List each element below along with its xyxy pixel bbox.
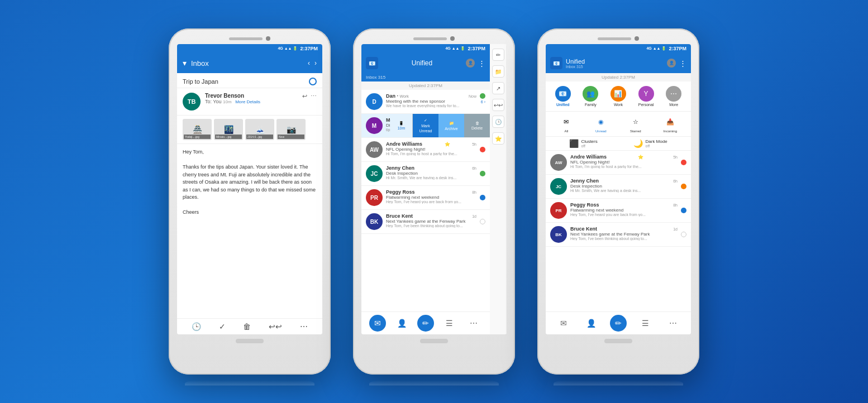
mark-icon: ✓ [424, 118, 427, 123]
side-reply-btn[interactable]: ↩↩ [492, 99, 504, 111]
preview-bruce: Hey Tom, I've been thinking about going … [386, 224, 476, 228]
attachment-label-4: Now [278, 135, 304, 139]
home-bar-3[interactable] [604, 339, 632, 343]
unified-title: Unified [381, 59, 462, 67]
nav-more-3[interactable]: ⋯ [665, 315, 681, 332]
name-jenny: Jenny Chen [386, 165, 414, 171]
filter-all[interactable]: ✉ All [560, 115, 573, 133]
nav-compose-3[interactable]: ✏ [610, 315, 627, 332]
avatar-peggy-3: PR [550, 202, 567, 219]
email-header-dan: Dan · Work Now [386, 93, 476, 99]
side-panel-2: ✏ 📁 ↗ ↩↩ 🕒 ⭐ [490, 44, 507, 334]
account-badge-3[interactable]: 👤 [667, 59, 676, 68]
filter-incoming[interactable]: 📥 Incoming [664, 115, 677, 133]
nav-compose-2[interactable]: ✏ [417, 315, 434, 332]
snooze-button[interactable]: 🕒 [192, 322, 201, 331]
swipe-mark-btn[interactable]: ✓ Mark Unread [413, 114, 438, 137]
side-folder-btn[interactable]: 📁 [492, 65, 504, 78]
email-content-dan: Dan · Work Now Meeting with the new spon… [386, 93, 476, 108]
badge-dan [480, 93, 485, 99]
side-star-btn[interactable]: ⭐ [492, 132, 504, 145]
camera-3 [635, 36, 639, 41]
unified-more-icon[interactable]: ⋮ [478, 59, 485, 68]
unified-more-icon-3[interactable]: ⋮ [679, 59, 686, 68]
nav-mail-2[interactable]: ✉ [369, 315, 386, 332]
nav-more-2[interactable]: ⋯ [465, 315, 482, 332]
darkmode-value: off [645, 144, 667, 148]
forward-nav[interactable]: › [314, 59, 317, 67]
attachment-3[interactable]: 🗻 2014.0...jpg [245, 119, 274, 140]
name-bruce: Bruce Kent [386, 213, 413, 219]
nav-contacts-3[interactable]: 👤 [583, 315, 599, 332]
filter-all-label: All [565, 129, 569, 133]
cat-more[interactable]: ⋯ More [666, 86, 681, 107]
star-andre: ⭐ [445, 142, 450, 147]
home-bar-2[interactable] [420, 339, 448, 343]
cat-work[interactable]: 📊 Work [611, 86, 626, 107]
more-details-link[interactable]: More Details [235, 99, 260, 104]
done-button[interactable]: ✓ [219, 322, 226, 331]
email-item-andre-3[interactable]: AW Andre Williams ⭐ 5h NFL Opening Night… [546, 151, 691, 175]
cat-more-icon: ⋯ [666, 86, 681, 102]
dropdown-btn[interactable]: ▾ [183, 59, 187, 68]
darkmode-icon: 🌙 [633, 139, 643, 148]
email-item-bruce-3[interactable]: BK Bruce Kent 1d Next Yankees game at th… [546, 223, 691, 247]
bottom-nav-2: ✉ 👤 ✏ ☰ ⋯ [361, 311, 490, 334]
email-read-indicator[interactable] [309, 78, 317, 85]
swipe-archive-btn[interactable]: 📁 Archive [438, 114, 464, 137]
swipe-delete-btn[interactable]: 🗑 Delete [464, 114, 490, 137]
reply-icon[interactable]: ↩ [302, 93, 307, 100]
attachment-1[interactable]: 🏯 Yodoji....jpg [183, 119, 212, 140]
darkmode-setting[interactable]: 🌙 Dark Mode off [633, 139, 667, 148]
email-subject-bar: Trip to Japan [177, 73, 322, 88]
filter-unread-icon: ◉ [594, 115, 608, 128]
clusters-setting[interactable]: ⬛ Clusters off [569, 139, 597, 148]
nav-mail-3[interactable]: ✉ [555, 315, 572, 332]
email-header-bruce: Bruce Kent 1d [386, 213, 476, 219]
inbox-title: Inbox [191, 59, 303, 68]
time-jenny: 6h [472, 166, 476, 170]
name-andre: Andre Williams [386, 141, 422, 147]
delete-button[interactable]: 🗑 [243, 322, 251, 331]
email-item-jenny-3[interactable]: JC Jenny Chen 6h Desk Inspection Hi Mr. … [546, 175, 691, 199]
nav-list-2[interactable]: ☰ [441, 315, 458, 332]
account-badge[interactable]: 👤 [466, 59, 475, 68]
cat-family[interactable]: 👥 Family [583, 86, 598, 107]
time-andre-3: 5h [673, 155, 678, 159]
filter-unread[interactable]: ◉ Unread [594, 115, 608, 133]
sender-info: Trevor Benson To: You 10m More Details [205, 93, 298, 104]
attachment-label-2: Minato....jpg [215, 135, 242, 139]
side-forward-btn[interactable]: ↗ [492, 82, 504, 94]
email-item-jenny[interactable]: JC Jenny Chen 6h Desk Inspection Hi Mr. … [361, 162, 490, 186]
app-header-1: ▾ Inbox ‹ › [177, 53, 322, 73]
bottom-nav-3: ✉ 👤 ✏ ☰ ⋯ [546, 311, 691, 334]
filter-starred[interactable]: ☆ Starred [629, 115, 642, 133]
nav-list-3[interactable]: ☰ [637, 315, 654, 332]
email-item-dan[interactable]: D Dan · Work Now Meeting with the new sp… [361, 90, 490, 114]
email-item-peggy[interactable]: PR Peggy Ross 8h Flatwarming next weeken… [361, 186, 490, 210]
email-item-meggie[interactable]: M Meggie · Family 25m Dinner at Grandma'… [361, 114, 490, 138]
status-bar-1: 4G ▲▲ 🔋 2:37PM [177, 44, 322, 53]
back-nav[interactable]: ‹ [308, 59, 310, 67]
avatar-bruce-3: BK [550, 226, 567, 243]
more-options-icon[interactable]: ⋯ [311, 93, 317, 100]
side-compose-btn[interactable]: ✏ [492, 49, 504, 61]
side-clock-btn[interactable]: 🕒 [492, 116, 504, 128]
email-actions: ↩ ⋯ [302, 93, 317, 100]
attachment-2[interactable]: 🌃 Minato....jpg [214, 119, 243, 140]
reply-all-button[interactable]: ↩↩ [269, 322, 282, 331]
nav-contacts-2[interactable]: 👤 [393, 315, 410, 332]
unified-header-3: 📧 Unified Inbox 315 👤 ⋮ [546, 53, 691, 73]
email-item-andre[interactable]: AW Andre Williams ⭐ 5h NFL Opening Night… [361, 138, 490, 162]
preview-jenny-3: Hi Mr. Smith, We are having a desk ins..… [570, 189, 678, 193]
email-item-peggy-3[interactable]: PR Peggy Ross 8h Flatwarming next weeken… [546, 199, 691, 223]
cat-personal[interactable]: Y Personal [638, 86, 654, 107]
more-button[interactable]: ⋯ [300, 322, 308, 331]
home-bar-1[interactable] [236, 339, 264, 343]
avatar-jenny: JC [366, 165, 383, 182]
phone-screen-3: 4G ▲▲ 🔋 2:37PM 📧 Unified Inbox 315 👤 ⋮ U… [546, 44, 691, 334]
sender-avatar: TB [183, 93, 201, 111]
attachment-4[interactable]: 📷 Now [276, 119, 306, 140]
email-item-bruce[interactable]: BK Bruce Kent 1d Next Yankees game at th… [361, 210, 490, 234]
cat-unified[interactable]: 📧 Unified [555, 86, 571, 107]
